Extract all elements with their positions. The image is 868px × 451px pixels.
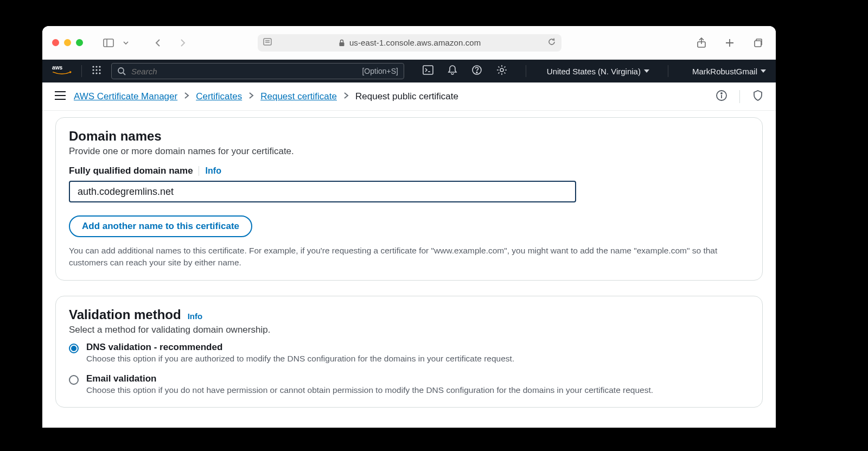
svg-marker-28 xyxy=(761,69,766,73)
radio-desc: Choose this option if you do not have pe… xyxy=(86,385,653,395)
chevron-right-icon xyxy=(184,91,189,102)
fqdn-info-link[interactable]: Info xyxy=(199,166,221,176)
fqdn-input[interactable] xyxy=(69,181,576,202)
search-icon xyxy=(117,67,126,75)
svg-point-17 xyxy=(92,72,94,74)
lock-icon xyxy=(339,39,345,47)
validation-subtitle: Select a method for validating domain ow… xyxy=(69,325,749,335)
window-zoom-button[interactable] xyxy=(76,39,83,46)
domain-names-heading: Domain names xyxy=(69,129,749,144)
svg-point-15 xyxy=(95,69,97,71)
window-close-button[interactable] xyxy=(52,39,59,46)
reader-mode-icon[interactable] xyxy=(263,38,272,48)
crumb-request[interactable]: Request certificate xyxy=(260,91,337,102)
aws-search[interactable]: [Option+S] xyxy=(111,63,404,79)
radio-dns-validation[interactable]: DNS validation - recommended Choose this… xyxy=(69,342,749,364)
tab-dropdown-icon[interactable] xyxy=(118,35,134,51)
validation-method-panel: Validation method Info Select a method f… xyxy=(55,296,763,408)
side-nav-toggle-icon[interactable] xyxy=(54,91,66,103)
svg-point-12 xyxy=(95,66,97,67)
chevron-down-icon xyxy=(644,68,649,74)
page-content: Domain names Provide one or more domain … xyxy=(42,111,776,428)
radio-title: Email validation xyxy=(86,373,653,384)
fqdn-label: Fully qualified domain name xyxy=(69,166,193,176)
help-icon[interactable] xyxy=(471,65,482,78)
svg-text:aws: aws xyxy=(52,65,63,71)
crumb-certificates[interactable]: Certificates xyxy=(196,91,242,102)
radio-desc: Choose this option if you are authorized… xyxy=(86,354,514,364)
svg-point-18 xyxy=(95,72,97,74)
url-bar[interactable]: us-east-1.console.aws.amazon.com xyxy=(258,34,561,52)
services-grid-icon[interactable] xyxy=(92,65,101,77)
notifications-bell-icon[interactable] xyxy=(448,65,457,78)
url-text: us-east-1.console.aws.amazon.com xyxy=(264,38,555,47)
info-circle-icon[interactable] xyxy=(716,90,727,104)
svg-point-13 xyxy=(99,66,100,67)
chevron-down-icon xyxy=(761,68,766,74)
new-tab-icon[interactable] xyxy=(722,35,738,51)
svg-point-11 xyxy=(92,66,94,67)
cloudshell-icon[interactable] xyxy=(423,65,433,77)
validation-info-link[interactable]: Info xyxy=(188,312,203,321)
svg-line-21 xyxy=(123,73,125,75)
settings-gear-icon[interactable] xyxy=(496,65,507,78)
crumb-acm[interactable]: AWS Certificate Manager xyxy=(74,91,177,102)
tabs-overview-icon[interactable] xyxy=(750,35,766,51)
svg-rect-9 xyxy=(755,41,761,47)
validation-heading: Validation method xyxy=(69,307,181,322)
chevron-right-icon xyxy=(343,91,349,102)
security-shield-icon[interactable] xyxy=(752,90,764,104)
validation-radio-group: DNS validation - recommended Choose this… xyxy=(69,342,749,395)
domain-names-panel: Domain names Provide one or more domain … xyxy=(55,117,763,281)
radio-button-icon xyxy=(69,344,79,353)
sidebar-toggle-icon[interactable] xyxy=(100,35,117,51)
aws-logo[interactable]: aws xyxy=(52,64,72,78)
aws-top-nav: aws [Option+S] United Sta xyxy=(42,60,776,82)
breadcrumb: AWS Certificate Manager Certificates Req… xyxy=(74,91,458,102)
browser-chrome: us-east-1.console.aws.amazon.com xyxy=(42,26,776,60)
domain-help-text: You can add additional names to this cer… xyxy=(69,245,749,268)
user-label: MarkRobustGmail xyxy=(692,67,757,76)
browser-window: us-east-1.console.aws.amazon.com aws xyxy=(42,26,776,428)
aws-search-input[interactable] xyxy=(131,67,356,76)
svg-point-20 xyxy=(118,68,124,73)
svg-rect-22 xyxy=(423,66,433,74)
crumb-current: Request public certificate xyxy=(355,91,458,102)
svg-marker-27 xyxy=(644,69,649,73)
forward-button[interactable] xyxy=(174,35,190,51)
refresh-icon[interactable] xyxy=(547,37,556,48)
search-shortcut-label: [Option+S] xyxy=(362,67,398,75)
breadcrumb-row: AWS Certificate Manager Certificates Req… xyxy=(42,82,776,111)
user-menu[interactable]: MarkRobustGmail xyxy=(692,67,766,76)
traffic-lights xyxy=(52,39,83,46)
radio-title: DNS validation - recommended xyxy=(86,342,514,353)
svg-point-19 xyxy=(99,72,100,74)
svg-point-16 xyxy=(99,69,100,71)
domain-names-subtitle: Provide one or more domain names for you… xyxy=(69,146,749,157)
share-icon[interactable] xyxy=(693,35,710,51)
svg-rect-5 xyxy=(339,42,344,46)
region-selector[interactable]: United States (N. Virginia) xyxy=(547,67,649,76)
window-minimize-button[interactable] xyxy=(64,39,71,46)
svg-rect-2 xyxy=(264,39,271,45)
svg-point-14 xyxy=(92,69,94,71)
add-another-name-button[interactable]: Add another name to this certificate xyxy=(69,215,252,237)
region-label: United States (N. Virginia) xyxy=(547,67,641,76)
chevron-right-icon xyxy=(248,91,254,102)
svg-point-25 xyxy=(476,72,477,73)
radio-email-validation[interactable]: Email validation Choose this option if y… xyxy=(69,373,749,395)
back-button[interactable] xyxy=(150,35,167,51)
svg-rect-0 xyxy=(104,39,113,47)
radio-button-icon xyxy=(69,375,79,385)
svg-point-33 xyxy=(721,93,722,94)
svg-point-26 xyxy=(500,68,503,72)
